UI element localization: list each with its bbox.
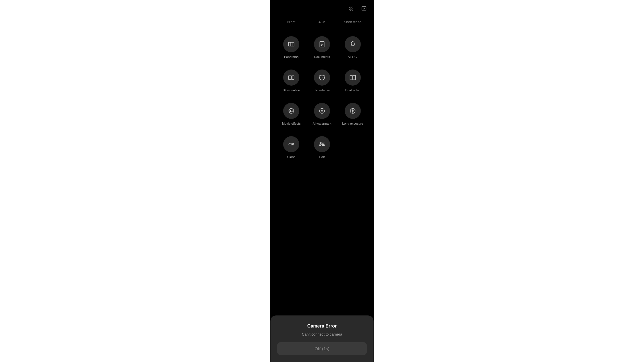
svg-point-23 xyxy=(292,111,293,112)
svg-rect-5 xyxy=(289,43,294,46)
svg-point-21 xyxy=(292,109,293,110)
ai-watermark-icon-circle: M xyxy=(314,103,330,119)
svg-point-3 xyxy=(352,9,353,10)
panorama-label: Panorama xyxy=(284,55,299,59)
mode-documents[interactable]: Documents xyxy=(307,32,338,63)
time-lapse-label: Time-lapse xyxy=(314,88,330,92)
svg-point-0 xyxy=(350,7,351,8)
phone-container: Night 48M Short video Panorama xyxy=(270,0,374,362)
slow-motion-icon-circle xyxy=(283,70,299,86)
documents-icon-circle xyxy=(314,36,330,52)
mode-ai-watermark[interactable]: M AI watermark xyxy=(307,99,338,129)
label-short-video: Short video xyxy=(337,18,368,26)
mode-dual-video[interactable]: Dual video xyxy=(337,66,368,96)
svg-rect-17 xyxy=(353,75,356,80)
dual-video-icon-circle xyxy=(345,70,361,86)
mode-row-3: Movie effects M AI watermark xyxy=(276,99,368,129)
dual-video-label: Dual video xyxy=(345,88,360,92)
svg-point-29 xyxy=(292,143,293,145)
svg-rect-13 xyxy=(292,76,294,80)
mode-time-lapse[interactable]: Time-lapse xyxy=(307,66,338,96)
clone-icon-circle xyxy=(283,136,299,152)
mode-slow-motion[interactable]: Slow motion xyxy=(276,66,307,96)
documents-label: Documents xyxy=(314,55,330,59)
panorama-icon-circle xyxy=(283,36,299,52)
mode-grid: Night 48M Short video Panorama xyxy=(270,15,374,348)
svg-point-2 xyxy=(350,9,351,10)
svg-point-34 xyxy=(322,144,323,145)
svg-rect-28 xyxy=(289,143,294,145)
mode-row-1: Panorama Documents xyxy=(276,32,368,63)
mode-long-exposure[interactable]: Long exposure xyxy=(337,99,368,129)
vlog-icon-circle xyxy=(345,36,361,52)
movie-effects-label: Movie effects xyxy=(282,122,301,125)
edit-mode-icon-circle xyxy=(314,136,330,152)
svg-text:M: M xyxy=(321,109,323,113)
mode-movie-effects[interactable]: Movie effects xyxy=(276,99,307,129)
slow-motion-label: Slow motion xyxy=(283,88,300,92)
ai-watermark-label: AI watermark xyxy=(313,122,331,125)
mode-edit[interactable]: Edit xyxy=(307,132,338,163)
edit-label: Edit xyxy=(319,155,325,159)
edit-icon[interactable] xyxy=(360,5,368,13)
vlog-label: VLOG xyxy=(348,55,357,59)
grid-icon[interactable] xyxy=(347,5,355,13)
mode-clone[interactable]: Clone xyxy=(276,132,307,163)
mode-row-2: Slow motion Time-lapse xyxy=(276,66,368,96)
top-bar xyxy=(270,0,374,15)
camera-error-dialog: Camera Error Can't connect to camera OK … xyxy=(270,315,374,362)
long-exposure-label: Long exposure xyxy=(342,122,363,125)
label-night: Night xyxy=(276,18,307,26)
dialog-message: Can't connect to camera xyxy=(302,332,342,336)
mode-row-4: Clone Edit xyxy=(276,132,368,163)
svg-point-35 xyxy=(321,145,322,146)
top-labels-row: Night 48M Short video xyxy=(276,18,368,26)
svg-rect-16 xyxy=(350,75,352,80)
movie-effects-icon-circle xyxy=(283,103,299,119)
svg-point-22 xyxy=(289,111,290,112)
dialog-ok-button[interactable]: OK (1s) xyxy=(277,342,367,355)
svg-point-1 xyxy=(352,7,353,8)
label-48m: 48M xyxy=(307,18,338,26)
clone-label: Clone xyxy=(287,155,296,159)
dialog-title: Camera Error xyxy=(307,324,337,329)
svg-point-20 xyxy=(289,109,290,110)
svg-point-19 xyxy=(290,110,292,112)
time-lapse-icon-circle xyxy=(314,70,330,86)
long-exposure-icon-circle xyxy=(345,103,361,119)
svg-point-33 xyxy=(320,143,321,144)
mode-panorama[interactable]: Panorama xyxy=(276,32,307,63)
svg-point-18 xyxy=(289,108,294,113)
mode-vlog[interactable]: VLOG xyxy=(337,32,368,63)
mode-empty xyxy=(337,132,368,163)
